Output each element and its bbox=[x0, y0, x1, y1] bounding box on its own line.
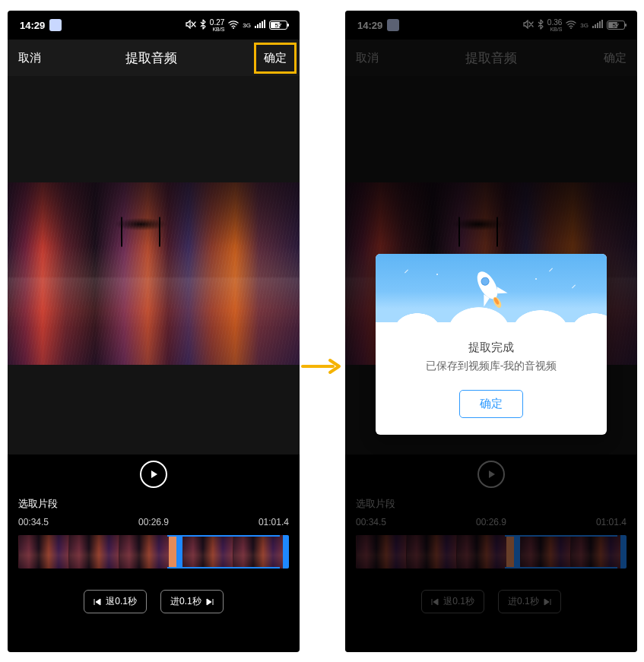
navigation-bar: 取消 提取音频 确定 bbox=[8, 40, 300, 76]
screenshot-before: 14:29 0.27 KB/S 3G bbox=[8, 11, 300, 652]
battery-icon: 57 bbox=[607, 21, 625, 30]
step-back-label: 退0.1秒 bbox=[443, 595, 474, 608]
mute-icon bbox=[186, 20, 196, 30]
dialog-subtitle: 已保存到视频库-我的音视频 bbox=[388, 360, 595, 373]
svg-rect-10 bbox=[597, 23, 598, 28]
cancel-button[interactable]: 取消 bbox=[18, 51, 41, 65]
status-bar: 14:29 0.27 KB/S 3G bbox=[8, 11, 300, 40]
svg-point-0 bbox=[233, 27, 234, 29]
dialog-title: 提取完成 bbox=[388, 341, 595, 355]
selection-divider bbox=[506, 535, 514, 569]
selection-divider bbox=[169, 535, 176, 569]
wifi-icon bbox=[228, 20, 239, 30]
selection-handle-right[interactable] bbox=[620, 535, 627, 569]
selection-handle-left[interactable] bbox=[514, 535, 520, 569]
svg-rect-9 bbox=[595, 24, 596, 28]
skip-back-icon bbox=[94, 598, 101, 606]
time-labels: 00:34.5 00:26.9 01:01.4 bbox=[345, 517, 637, 532]
time-labels: 00:34.5 00:26.9 01:01.4 bbox=[8, 517, 300, 532]
svg-rect-11 bbox=[599, 21, 601, 28]
svg-rect-1 bbox=[255, 26, 256, 28]
play-icon bbox=[148, 469, 159, 480]
step-forward-label: 进0.1秒 bbox=[508, 595, 539, 608]
signal-bars-icon bbox=[255, 20, 265, 30]
flow-arrow-icon bbox=[301, 357, 344, 379]
skip-forward-icon bbox=[206, 598, 214, 606]
svg-rect-3 bbox=[259, 23, 261, 28]
bluetooth-icon bbox=[538, 19, 544, 31]
time-cursor: 00:26.9 bbox=[476, 517, 506, 527]
signal-label: 3G bbox=[243, 22, 251, 29]
battery-icon: 57 bbox=[269, 21, 287, 30]
play-button[interactable] bbox=[477, 461, 505, 488]
signal-bars-icon bbox=[592, 20, 603, 30]
skip-back-icon bbox=[431, 598, 439, 606]
confirm-button[interactable]: 确定 bbox=[254, 43, 297, 74]
step-back-label: 退0.1秒 bbox=[106, 595, 137, 608]
svg-rect-2 bbox=[257, 24, 259, 28]
screenshot-after: 14:29 0.36 KB/S 3G bbox=[345, 11, 637, 652]
play-button[interactable] bbox=[140, 461, 167, 488]
wifi-icon bbox=[566, 20, 576, 30]
time-end: 01:01.4 bbox=[259, 517, 289, 527]
step-back-button[interactable]: 退0.1秒 bbox=[421, 590, 484, 613]
completion-dialog: 提取完成 已保存到视频库-我的音视频 确定 bbox=[376, 254, 607, 435]
section-label: 选取片段 bbox=[345, 494, 637, 517]
status-time: 14:29 bbox=[20, 20, 45, 31]
svg-rect-8 bbox=[592, 26, 594, 28]
page-title: 提取音频 bbox=[465, 49, 517, 67]
dialog-confirm-button[interactable]: 确定 bbox=[459, 390, 523, 418]
timeline[interactable] bbox=[345, 532, 637, 576]
time-end: 01:01.4 bbox=[596, 517, 627, 527]
cancel-button[interactable]: 取消 bbox=[356, 51, 379, 65]
step-forward-button[interactable]: 进0.1秒 bbox=[160, 590, 224, 613]
page-title: 提取音频 bbox=[125, 49, 177, 67]
network-speed: 0.36 KB/S bbox=[547, 19, 562, 32]
section-label: 选取片段 bbox=[8, 494, 300, 517]
status-app-icon bbox=[387, 19, 399, 31]
network-speed: 0.27 KB/S bbox=[210, 19, 224, 32]
svg-point-7 bbox=[570, 27, 572, 29]
mute-icon bbox=[523, 20, 534, 30]
status-time: 14:29 bbox=[357, 20, 382, 31]
selection-handle-right[interactable] bbox=[283, 535, 289, 569]
step-forward-label: 进0.1秒 bbox=[170, 595, 201, 608]
svg-rect-5 bbox=[264, 20, 265, 28]
time-start: 00:34.5 bbox=[18, 517, 49, 527]
step-forward-button[interactable]: 进0.1秒 bbox=[498, 590, 561, 613]
skip-forward-icon bbox=[544, 598, 551, 606]
play-icon bbox=[486, 469, 496, 480]
svg-rect-4 bbox=[262, 21, 263, 28]
time-start: 00:34.5 bbox=[356, 517, 386, 527]
step-back-button[interactable]: 退0.1秒 bbox=[84, 590, 147, 613]
bluetooth-icon bbox=[200, 19, 206, 31]
dialog-illustration bbox=[376, 254, 607, 322]
status-bar: 14:29 0.36 KB/S 3G bbox=[345, 11, 637, 40]
svg-rect-12 bbox=[601, 20, 603, 28]
signal-label: 3G bbox=[580, 22, 588, 29]
status-app-icon bbox=[49, 19, 62, 31]
confirm-button[interactable]: 确定 bbox=[604, 51, 627, 65]
selection-handle-left[interactable] bbox=[176, 535, 182, 569]
video-preview bbox=[8, 182, 300, 365]
time-cursor: 00:26.9 bbox=[138, 517, 169, 527]
navigation-bar: 取消 提取音频 确定 bbox=[345, 40, 637, 76]
timeline[interactable] bbox=[8, 532, 300, 576]
